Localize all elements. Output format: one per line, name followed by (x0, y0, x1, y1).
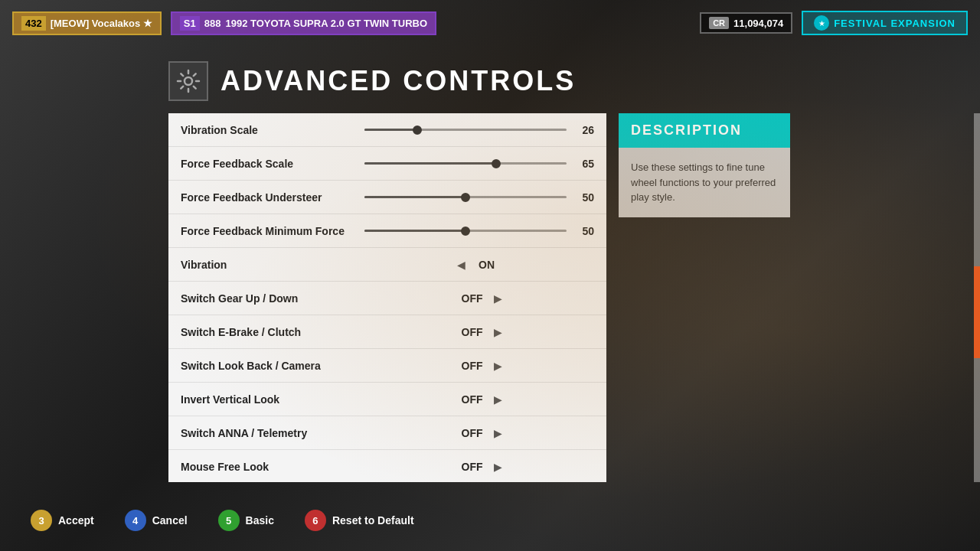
btn-label: Reset to Default (332, 514, 414, 527)
btn-circle-icon: 5 (218, 510, 240, 531)
header-right: CR 11,094,074 ★ FESTIVAL EXPANSION (700, 11, 968, 35)
footer-button[interactable]: 5Basic (218, 510, 274, 531)
credits-amount: 11,094,074 (733, 18, 783, 29)
credits-tag: CR 11,094,074 (700, 12, 792, 34)
festival-label: FESTIVAL EXPANSION (834, 18, 956, 29)
btn-circle-icon: 3 (31, 510, 52, 531)
btn-circle-icon: 6 (305, 510, 326, 531)
car-pi: 888 (204, 18, 221, 29)
car-tag: S1 888 1992 TOYOTA SUPRA 2.0 GT TWIN TUR… (171, 11, 436, 35)
btn-label: Accept (58, 514, 94, 527)
cr-badge: CR (709, 17, 729, 29)
header: 432 [MEOW] Vocalakos ★ S1 888 1992 TOYOT… (0, 0, 980, 46)
festival-icon: ★ (814, 15, 829, 31)
btn-label: Basic (246, 514, 274, 527)
car-class: S1 (180, 16, 200, 31)
player-name: [MEOW] Vocalakos ★ (51, 18, 152, 29)
player-tag: 432 [MEOW] Vocalakos ★ (12, 11, 162, 35)
svg-point-0 (185, 77, 192, 85)
footer-button[interactable]: 3Accept (31, 510, 94, 531)
player-level: 432 (21, 16, 46, 31)
gear-icon (168, 61, 208, 101)
btn-circle-icon: 4 (125, 510, 146, 531)
car-name: 1992 TOYOTA SUPRA 2.0 GT TWIN TURBO (225, 18, 427, 29)
btn-label: Cancel (152, 514, 188, 527)
footer-button[interactable]: 6Reset to Default (305, 510, 414, 531)
footer-button[interactable]: 4Cancel (125, 510, 188, 531)
page-title: ADVANCED CONTROLS (220, 65, 576, 97)
festival-tag: ★ FESTIVAL EXPANSION (802, 11, 968, 35)
footer: 3Accept4Cancel5Basic6Reset to Default (0, 490, 980, 551)
page-title-area: ADVANCED CONTROLS (168, 61, 576, 101)
